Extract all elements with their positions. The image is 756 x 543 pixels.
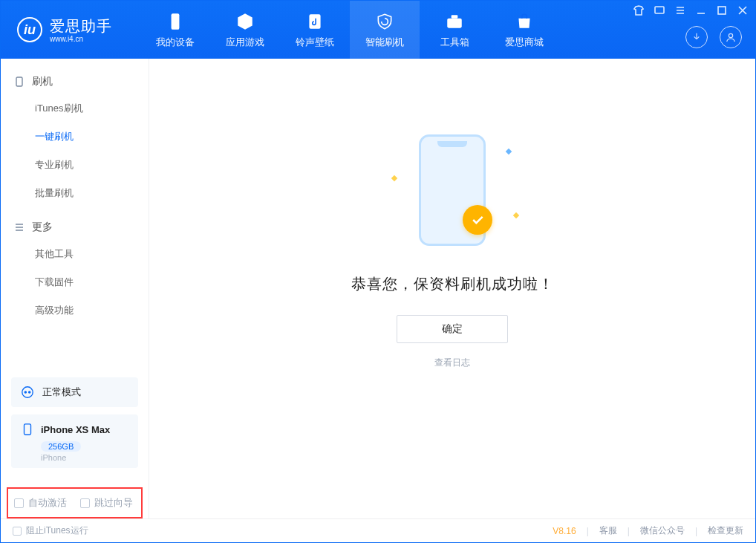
sidebar-item-itunes-flash[interactable]: iTunes刷机	[1, 94, 149, 123]
feedback-icon[interactable]	[654, 5, 665, 16]
checkbox-box-icon	[13, 527, 22, 536]
nav-label: 我的设备	[156, 36, 195, 49]
divider: |	[628, 526, 630, 536]
view-log-link[interactable]: 查看日志	[434, 357, 470, 369]
sidebar-item-batch-flash[interactable]: 批量刷机	[1, 179, 149, 207]
checkmark-badge-icon	[463, 205, 492, 235]
success-message: 恭喜您，保资料刷机成功啦！	[351, 274, 554, 294]
titlebar-controls	[633, 5, 748, 16]
svg-rect-1	[309, 14, 320, 29]
device-storage: 256GB	[41, 441, 81, 452]
sidebar-item-other-tools[interactable]: 其他工具	[1, 240, 149, 268]
list-icon	[14, 222, 25, 233]
nav-smart-flash[interactable]: 智能刷机	[350, 1, 420, 59]
download-circle-icon[interactable]	[685, 26, 708, 48]
maximize-icon[interactable]	[717, 5, 727, 16]
sidebar-item-advanced[interactable]: 高级功能	[1, 296, 149, 325]
svg-point-9	[25, 391, 27, 394]
logo-text: 爱思助手 www.i4.cn	[50, 16, 112, 43]
user-circle-icon[interactable]	[720, 26, 742, 48]
cube-icon	[235, 11, 255, 32]
svg-point-8	[22, 387, 33, 397]
svg-rect-5	[718, 7, 726, 14]
svg-rect-7	[16, 77, 22, 86]
sparkle-icon	[506, 148, 512, 154]
svg-rect-2	[447, 18, 462, 27]
version-label: V8.16	[553, 526, 576, 536]
refresh-shield-icon	[374, 11, 395, 32]
ok-button[interactable]: 确定	[397, 315, 508, 343]
shirt-icon[interactable]	[633, 5, 644, 16]
nav-ringtone-wallpaper[interactable]: 铃声壁纸	[280, 1, 350, 59]
success-illustration	[389, 127, 515, 253]
body: 刷机 iTunes刷机 一键刷机 专业刷机 批量刷机 更多 其他工具 下载固件 …	[1, 59, 755, 518]
briefcase-icon	[444, 11, 465, 32]
mode-icon	[20, 385, 35, 400]
app-window: iu 爱思助手 www.i4.cn 我的设备 应用游戏 铃声壁纸 智能刷机	[0, 0, 756, 543]
main-content: 恭喜您，保资料刷机成功啦！ 确定 查看日志	[149, 59, 755, 518]
checkbox-auto-activate[interactable]: 自动激活	[14, 496, 67, 510]
checkbox-box-icon	[80, 498, 90, 508]
nav-store[interactable]: 爱思商城	[489, 1, 559, 59]
logo[interactable]: iu 爱思助手 www.i4.cn	[1, 16, 126, 43]
sidebar-nav: 刷机 iTunes刷机 一键刷机 专业刷机 批量刷机 更多 其他工具 下载固件 …	[1, 59, 149, 370]
svg-point-6	[729, 33, 732, 37]
svg-point-10	[28, 391, 31, 394]
phone-illustration-icon	[419, 134, 486, 246]
nav-apps-games[interactable]: 应用游戏	[210, 1, 280, 59]
footer-link-service[interactable]: 客服	[599, 524, 617, 537]
footer: 阻止iTunes运行 V8.16 | 客服 | 微信公众号 | 检查更新	[1, 518, 755, 542]
shopping-bag-icon	[514, 11, 535, 32]
sparkle-icon	[391, 175, 397, 181]
svg-rect-0	[172, 13, 180, 30]
device-small-icon	[14, 77, 25, 87]
nav-label: 铃声壁纸	[296, 36, 334, 49]
sidebar-group-more[interactable]: 更多	[1, 215, 149, 240]
highlighted-checkbox-row: 自动激活 跳过向导	[7, 487, 143, 518]
sidebar-bottom: 正常模式 iPhone XS Max 256GB iPhone	[1, 370, 149, 484]
checkbox-block-itunes[interactable]: 阻止iTunes运行	[13, 524, 88, 537]
checkbox-label: 跳过向导	[94, 496, 133, 510]
sidebar-group-title: 更多	[32, 221, 53, 234]
footer-link-wechat[interactable]: 微信公众号	[640, 524, 685, 537]
svg-rect-4	[655, 7, 664, 13]
top-nav: 我的设备 应用游戏 铃声壁纸 智能刷机 工具箱 爱思商城	[140, 1, 559, 59]
device-type: iPhone	[41, 453, 129, 462]
svg-rect-11	[25, 424, 31, 435]
menu-icon[interactable]	[675, 5, 685, 16]
sparkle-icon	[513, 212, 519, 218]
nav-label: 应用游戏	[226, 36, 264, 49]
footer-right: V8.16 | 客服 | 微信公众号 | 检查更新	[553, 524, 743, 537]
nav-label: 爱思商城	[505, 36, 544, 49]
sidebar-item-download-firmware[interactable]: 下载固件	[1, 268, 149, 296]
app-title: 爱思助手	[50, 16, 112, 36]
checkbox-label: 阻止iTunes运行	[26, 524, 88, 537]
nav-my-device[interactable]: 我的设备	[140, 1, 210, 59]
logo-icon: iu	[17, 17, 42, 42]
checkbox-skip-guide[interactable]: 跳过向导	[80, 496, 133, 510]
device-card[interactable]: iPhone XS Max 256GB iPhone	[11, 414, 138, 468]
divider: |	[587, 526, 589, 536]
sidebar-group-title: 刷机	[32, 75, 53, 88]
svg-rect-3	[452, 15, 458, 18]
mode-card[interactable]: 正常模式	[11, 377, 138, 407]
nav-toolbox[interactable]: 工具箱	[420, 1, 489, 59]
sidebar-item-oneclick-flash[interactable]: 一键刷机	[1, 123, 149, 151]
mode-label: 正常模式	[42, 386, 81, 399]
device-name: iPhone XS Max	[41, 424, 110, 435]
sidebar: 刷机 iTunes刷机 一键刷机 专业刷机 批量刷机 更多 其他工具 下载固件 …	[1, 59, 149, 518]
checkbox-box-icon	[14, 498, 24, 508]
checkbox-label: 自动激活	[28, 496, 67, 510]
device-icon	[20, 422, 35, 437]
nav-label: 智能刷机	[365, 36, 404, 49]
header: iu 爱思助手 www.i4.cn 我的设备 应用游戏 铃声壁纸 智能刷机	[1, 1, 755, 59]
header-actions	[685, 26, 742, 48]
minimize-icon[interactable]	[696, 5, 706, 16]
music-note-icon	[304, 11, 325, 32]
sidebar-item-pro-flash[interactable]: 专业刷机	[1, 151, 149, 179]
close-icon[interactable]	[737, 5, 748, 16]
app-url: www.i4.cn	[50, 35, 112, 43]
sidebar-group-flash[interactable]: 刷机	[1, 69, 149, 94]
footer-link-update[interactable]: 检查更新	[708, 524, 743, 537]
divider: |	[695, 526, 697, 536]
